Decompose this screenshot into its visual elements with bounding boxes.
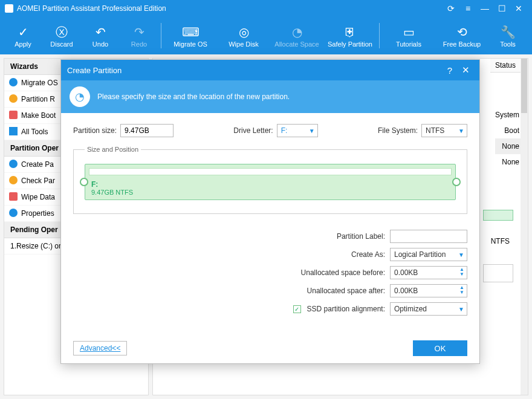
chevron-down-icon: ▼ [458,128,464,134]
wrench-icon: 🔧 [488,24,527,41]
fs-cell: NTFS [491,237,510,245]
create-partition-dialog: Create Partition ? ✕ ◔ Please specify th… [60,59,480,364]
migrate-icon: ⌨ [164,24,217,41]
size-position-legend: Size and Position [85,146,141,153]
create-as-select[interactable]: Logical Partition▼ [390,248,467,261]
window-title: AOMEI Partition Assistant Professional E… [17,4,166,13]
free-backup-button[interactable]: ⟲Free Backup [435,24,488,48]
banner-text: Please specify the size and the location… [97,92,290,101]
create-as-label: Create As: [351,250,385,259]
dialog-title: Create Partition [67,66,122,75]
status-cell[interactable]: Boot [495,123,519,138]
menu-icon[interactable]: ≡ [459,4,476,13]
space-before-stepper[interactable]: 0.00KB▲▼ [390,266,467,279]
backup-icon: ⟲ [435,24,488,41]
chevron-down-icon: ▼ [458,306,464,313]
safely-partition-button[interactable]: ⛨Safely Partition [323,24,377,48]
drive-letter-select[interactable]: F:▼ [277,124,318,137]
wipe-disk-button[interactable]: ◎Wipe Disk [217,24,270,48]
advanced-button[interactable]: Advanced<< [73,341,127,355]
partition-label-label: Partition Label: [337,232,385,241]
spinner-icon[interactable]: ▲▼ [458,267,465,277]
resize-handle-right[interactable] [452,178,461,186]
partition-strip[interactable] [483,210,513,221]
status-cell[interactable]: None [495,138,523,154]
recover-icon [9,94,18,103]
undo-icon: ↶ [81,24,120,41]
check-icon: ✓ [4,24,42,41]
dialog-banner: ◔ Please specify the size and the locati… [61,80,479,113]
spinner-icon[interactable]: ▲▼ [458,285,465,295]
vertical-scrollbar[interactable] [521,59,528,395]
titlebar: AOMEI Partition Assistant Professional E… [0,0,532,17]
chevron-down-icon: ▼ [309,128,315,134]
migrate-icon [9,78,18,86]
wipe-icon [9,192,18,201]
status-column-header[interactable]: Status [490,59,521,73]
scrollbar-thumb[interactable] [521,59,527,113]
space-after-label: Unallocated space after: [307,287,385,295]
ok-button[interactable]: OK [413,340,467,356]
status-cell[interactable]: None [495,154,519,170]
size-position-group: Size and Position F: 9.47GB NTFS [73,146,467,214]
minimize-icon[interactable]: — [476,4,493,13]
partition-size-track[interactable]: F: 9.47GB NTFS [85,164,456,200]
status-column-values: System Boot None None [495,107,519,170]
partition-size-input[interactable] [120,124,174,137]
redo-icon: ↷ [120,24,158,41]
pie-icon [9,160,18,168]
main-toolbar: ✓Apply ⓧDiscard ↶Undo ↷Redo ⌨Migrate OS … [0,17,532,54]
refresh-icon[interactable]: ⟳ [443,4,459,13]
status-cell[interactable]: System [495,107,519,123]
allocate-space-button[interactable]: ◔Allocate Space [270,24,323,48]
partition-strip[interactable] [483,264,513,282]
tutorials-button[interactable]: ▭Tutorials [382,24,435,48]
maximize-icon[interactable]: ☐ [493,4,510,13]
wipe-icon: ◎ [217,24,270,41]
partition-size-label: Partition size: [73,126,117,135]
undo-button[interactable]: ↶Undo [81,24,120,48]
tools-button[interactable]: 🔧Tools [488,24,527,48]
apply-button[interactable]: ✓Apply [4,24,42,48]
space-before-label: Unallocated space before: [301,268,385,277]
allocate-icon: ◔ [270,24,323,41]
file-system-label: File System: [378,126,418,135]
info-icon [9,209,18,217]
boot-icon [9,111,18,119]
space-after-stepper[interactable]: 0.00KB▲▼ [390,284,467,297]
file-system-select[interactable]: NTFS▼ [421,124,467,137]
close-icon[interactable]: ✕ [510,4,527,13]
ssd-alignment-select[interactable]: Optimized▼ [390,302,467,316]
ssd-alignment-checkbox[interactable]: ✓ [293,305,301,313]
grid-icon [9,127,18,135]
shield-icon: ⛨ [323,24,377,41]
discard-button[interactable]: ⓧDiscard [42,24,81,48]
resize-handle-left[interactable] [80,178,88,186]
partition-size-bar[interactable] [89,168,452,175]
dialog-titlebar: Create Partition ? ✕ [61,60,479,80]
redo-button[interactable]: ↷Redo [120,24,158,48]
discard-icon: ⓧ [42,24,81,41]
track-desc-label: 9.47GB NTFS [91,189,133,196]
partition-label-input[interactable] [390,230,467,243]
pie-icon: ◔ [70,86,90,107]
book-icon: ▭ [382,24,435,41]
track-drive-label: F: [91,180,98,189]
close-icon[interactable]: ✕ [458,65,473,76]
app-logo-icon [5,4,13,13]
ssd-alignment-label: SSD partition alignment: [307,305,385,313]
help-icon[interactable]: ? [442,65,458,76]
drive-letter-label: Drive Letter: [233,126,273,135]
chevron-down-icon: ▼ [458,251,464,258]
migrate-os-button[interactable]: ⌨Migrate OS [164,24,217,48]
lens-icon [9,176,18,184]
